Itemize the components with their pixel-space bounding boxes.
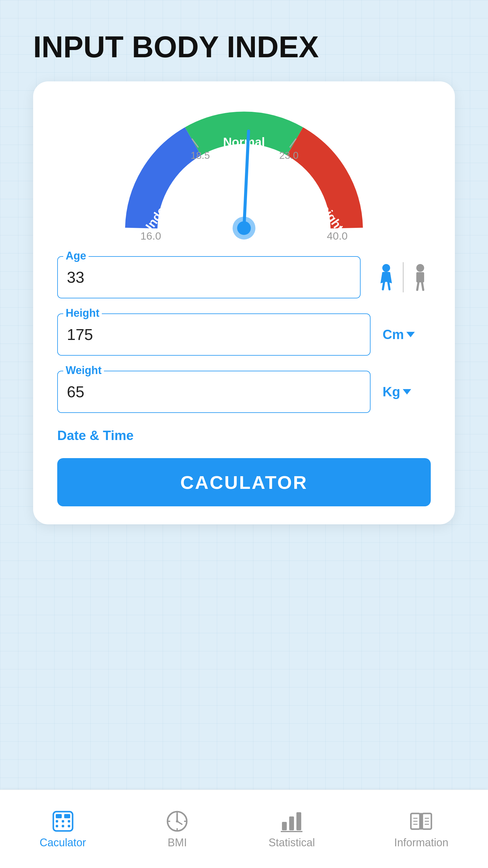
height-label: Height bbox=[63, 307, 102, 319]
svg-rect-24 bbox=[68, 820, 70, 823]
svg-rect-22 bbox=[56, 820, 58, 823]
height-unit-label: Cm bbox=[383, 327, 404, 342]
svg-point-11 bbox=[237, 221, 251, 235]
nav-item-bmi[interactable]: BMI bbox=[165, 809, 189, 849]
svg-text:Normal: Normal bbox=[223, 135, 265, 149]
svg-point-31 bbox=[176, 820, 178, 823]
svg-text:18.5: 18.5 bbox=[191, 150, 210, 161]
svg-text:40.0: 40.0 bbox=[327, 230, 348, 242]
height-field-wrap: Height bbox=[57, 313, 370, 355]
svg-rect-27 bbox=[68, 825, 70, 827]
weight-row: Weight Kg bbox=[57, 371, 431, 413]
svg-rect-25 bbox=[56, 825, 58, 827]
height-unit-chevron bbox=[406, 332, 415, 337]
weight-unit-label: Kg bbox=[383, 384, 400, 399]
svg-line-13 bbox=[383, 282, 384, 289]
female-gender-button[interactable] bbox=[376, 264, 397, 291]
svg-line-18 bbox=[422, 282, 423, 290]
height-row: Height Cm bbox=[57, 313, 431, 355]
nav-label-statistical: Statistical bbox=[268, 836, 315, 849]
gender-selector bbox=[376, 262, 431, 292]
svg-line-17 bbox=[417, 282, 418, 290]
statistical-icon bbox=[280, 809, 304, 833]
weight-unit-selector[interactable]: Kg bbox=[383, 384, 431, 399]
male-gender-button[interactable] bbox=[410, 264, 431, 291]
svg-rect-21 bbox=[64, 814, 70, 818]
date-time-link[interactable]: Date & Time bbox=[57, 428, 431, 443]
svg-rect-38 bbox=[296, 812, 301, 830]
calculate-button[interactable]: CACULATOR bbox=[57, 458, 431, 506]
weight-unit-chevron bbox=[403, 389, 411, 395]
svg-point-15 bbox=[416, 264, 424, 272]
age-label: Age bbox=[63, 250, 89, 262]
bmi-icon bbox=[165, 809, 189, 833]
height-unit-selector[interactable]: Cm bbox=[383, 327, 431, 342]
nav-label-information: Information bbox=[394, 836, 448, 849]
svg-line-14 bbox=[388, 282, 390, 289]
age-input[interactable] bbox=[57, 256, 361, 299]
calculator-icon bbox=[51, 809, 75, 833]
weight-field-wrap: Weight bbox=[57, 371, 370, 413]
svg-point-12 bbox=[382, 264, 390, 272]
nav-item-information[interactable]: Information bbox=[394, 809, 448, 849]
bottom-nav: Caculator BMI Statistical bbox=[0, 789, 488, 868]
nav-item-calculator[interactable]: Caculator bbox=[39, 809, 86, 849]
nav-item-statistical[interactable]: Statistical bbox=[268, 809, 315, 849]
svg-rect-37 bbox=[289, 816, 294, 830]
weight-input[interactable] bbox=[57, 371, 370, 413]
svg-rect-20 bbox=[56, 814, 62, 818]
nav-label-bmi: BMI bbox=[167, 836, 187, 849]
svg-rect-36 bbox=[282, 822, 287, 830]
age-field-wrap: Age bbox=[57, 256, 361, 299]
page-title: INPUT BODY INDEX bbox=[33, 30, 455, 63]
gender-divider bbox=[403, 262, 404, 292]
svg-rect-23 bbox=[62, 820, 64, 823]
main-card: Underweight Normal Overweight 18.5 23.0 … bbox=[33, 82, 455, 524]
svg-rect-26 bbox=[62, 825, 64, 827]
weight-label: Weight bbox=[63, 364, 104, 377]
nav-label-calculator: Caculator bbox=[39, 836, 86, 849]
svg-text:16.0: 16.0 bbox=[140, 230, 161, 242]
information-icon bbox=[409, 809, 433, 833]
height-input[interactable] bbox=[57, 313, 370, 355]
bmi-gauge: Underweight Normal Overweight 18.5 23.0 … bbox=[57, 102, 431, 247]
svg-text:23.0: 23.0 bbox=[279, 150, 298, 161]
svg-rect-16 bbox=[416, 272, 424, 282]
age-row: Age bbox=[57, 256, 431, 299]
